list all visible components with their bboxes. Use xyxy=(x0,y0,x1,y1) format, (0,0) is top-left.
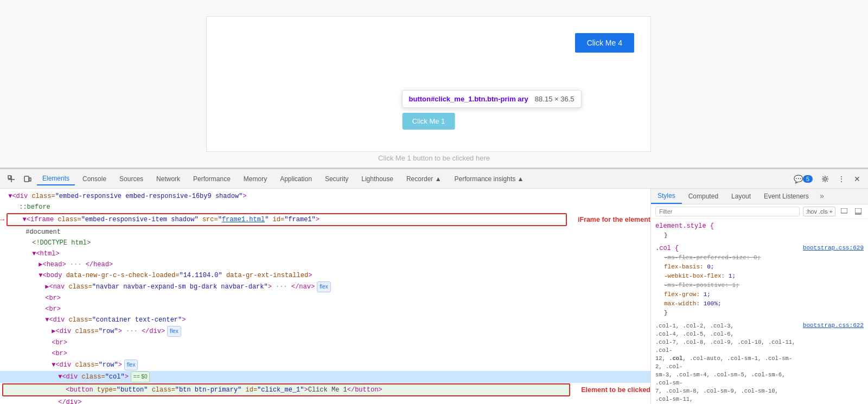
styles-content: element.style { } .col { bootstrap.css:6… xyxy=(651,219,868,404)
svg-point-5 xyxy=(824,177,827,180)
tab-recorder[interactable]: Recorder ▲ xyxy=(401,173,447,185)
html-line[interactable]: ▼<div class="container text-center"> xyxy=(0,315,650,325)
html-line[interactable]: ▼<div class="row">flex xyxy=(0,359,650,371)
element-tooltip: button#click_me_1.btn.btn-prim ary 88.15… xyxy=(402,90,582,108)
styles-filter-input[interactable] xyxy=(655,207,800,216)
html-line[interactable]: <br> xyxy=(0,293,650,304)
chat-icon-btn[interactable]: 💬 5 xyxy=(790,172,816,185)
click-me-1-button[interactable]: Click Me 1 xyxy=(403,113,455,130)
html-line[interactable]: ▶<nav class="navbar navbar-expand-sm bg-… xyxy=(0,281,650,293)
browser-preview: Click Me 4 button#click_me_1.btn.btn-pri… xyxy=(0,0,868,168)
tab-elements[interactable]: Elements xyxy=(37,172,75,185)
preview-hint: Click Me 1 button to be clicked here xyxy=(378,154,490,162)
tab-performance[interactable]: Performance xyxy=(188,173,236,185)
tooltip-element-name: button#click_me_1.btn.btn-prim ary xyxy=(409,95,528,103)
tooltip-dimensions: 88.15 × 36.5 xyxy=(535,95,575,103)
styles-panel: Styles Computed Layout Event Listeners »… xyxy=(651,189,868,404)
html-line[interactable]: ▼<div class="embed-responsive embed-resp… xyxy=(0,191,650,202)
inspect-icon-btn[interactable] xyxy=(4,173,18,185)
iframe-annotation-wrapper: → ▼<iframe class="embed-responsive-item … xyxy=(0,213,650,227)
html-line-button[interactable]: <button type="button" class="btn btn-pri… xyxy=(2,383,570,396)
style-selector-col: .col { xyxy=(655,245,679,252)
tab-network[interactable]: Network xyxy=(151,173,186,185)
style-property: -webkit-box-flex: 1; xyxy=(655,272,864,281)
html-line[interactable]: </div> xyxy=(0,397,650,404)
style-property: -ms-flex-positive: 1; xyxy=(655,281,864,290)
device-toggle-btn[interactable] xyxy=(21,173,35,185)
flex-badge: flex xyxy=(317,281,331,292)
html-line[interactable]: ▼<body data-new-gr-c-s-check-loaded="14.… xyxy=(0,270,650,281)
html-line[interactable]: ▼<html> xyxy=(0,248,650,259)
more-options-btn[interactable]: ⋮ xyxy=(834,172,848,185)
styles-tab-styles[interactable]: Styles xyxy=(651,189,682,204)
svg-rect-6 xyxy=(841,208,847,213)
flex-badge: flex xyxy=(124,360,138,370)
badge-count: 5 xyxy=(803,175,813,183)
button-annotation-label: Element to be clicked xyxy=(581,386,650,394)
html-line[interactable]: ▶<head> ··· </head> xyxy=(0,259,650,270)
elements-wrapper: ▼<div class="embed-responsive embed-resp… xyxy=(0,191,650,404)
devtools-right-icons: 💬 5 ⋮ ✕ xyxy=(790,172,864,185)
html-line[interactable]: #document xyxy=(0,227,650,238)
html-line[interactable]: <!DOCTYPE html> xyxy=(0,238,650,248)
devtools-toolbar: Elements Console Sources Network Perform… xyxy=(0,169,868,189)
flex-badge: flex xyxy=(167,326,181,337)
styles-tabs: Styles Computed Layout Event Listeners » xyxy=(651,189,868,204)
tab-console[interactable]: Console xyxy=(77,173,112,185)
styles-tab-more[interactable]: » xyxy=(815,189,828,204)
inspect-element-btn[interactable] xyxy=(853,207,864,216)
click-me-4-button[interactable]: Click Me 4 xyxy=(575,33,634,53)
elements-panel[interactable]: ▼<div class="embed-responsive embed-resp… xyxy=(0,189,651,404)
red-arrow: → xyxy=(0,215,4,224)
style-property: flex-grow: 1; xyxy=(655,290,864,299)
svg-rect-4 xyxy=(29,178,31,181)
style-source[interactable]: bootstrap.css:629 xyxy=(803,245,864,253)
tab-sources[interactable]: Sources xyxy=(114,173,149,185)
html-line[interactable]: <br> xyxy=(0,348,650,359)
new-style-rule-btn[interactable] xyxy=(839,207,850,216)
button-annotation-wrapper: <button type="button" class="btn btn-pri… xyxy=(0,383,650,397)
tab-application[interactable]: Application xyxy=(275,173,317,185)
style-property: } xyxy=(655,309,864,318)
preview-content: Click Me 4 button#click_me_1.btn.btn-pri… xyxy=(0,0,868,168)
styles-tab-event-listeners[interactable]: Event Listeners xyxy=(757,189,815,204)
dollar-badge: == $0 xyxy=(131,371,150,382)
style-rule-element: element.style { } xyxy=(655,222,864,240)
styles-tab-computed[interactable]: Computed xyxy=(682,189,725,204)
filter-pseudo-btn[interactable]: :hov .cls + xyxy=(803,207,835,216)
html-line[interactable]: <br> xyxy=(0,304,650,315)
style-property: -ms-flex-preferred-size: 0; xyxy=(655,253,864,262)
style-rule-long: .col-1, .col-2, .col-3, .col-4, .col-5, … xyxy=(655,322,864,404)
styles-tab-layout[interactable]: Layout xyxy=(725,189,757,204)
svg-rect-3 xyxy=(24,176,29,182)
devtools-panel: Elements Console Sources Network Perform… xyxy=(0,168,868,404)
svg-rect-7 xyxy=(855,208,861,213)
tab-memory[interactable]: Memory xyxy=(238,173,272,185)
html-line[interactable]: ▶<div class="row"> ··· </div>flex xyxy=(0,325,650,337)
html-line-col[interactable]: ▼<div class="col">== $0 xyxy=(0,371,650,383)
style-selector-long: .col-1, .col-2, .col-3, .col-4, .col-5, … xyxy=(655,322,799,404)
tab-lighthouse[interactable]: Lighthouse xyxy=(356,173,399,185)
svg-rect-0 xyxy=(8,176,11,178)
iframe-annotation-label: iFrame for the element xyxy=(578,216,650,223)
style-property: max-width: 100%; xyxy=(655,299,864,309)
html-line[interactable]: ::before xyxy=(0,202,650,213)
style-property: flex-basis: 0; xyxy=(655,262,864,272)
devtools-body: ▼<div class="embed-responsive embed-resp… xyxy=(0,189,868,404)
html-line-iframe[interactable]: ▼<iframe class="embed-responsive-item sh… xyxy=(7,213,567,226)
settings-icon-btn[interactable] xyxy=(818,173,832,185)
iframe-wrapper: Click Me 4 button#click_me_1.btn.btn-pri… xyxy=(206,16,651,152)
html-line[interactable]: <br> xyxy=(0,337,650,348)
tab-performance-insights[interactable]: Performance insights ▲ xyxy=(449,173,529,185)
style-rule-col: .col { bootstrap.css:629 -ms-flex-prefer… xyxy=(655,245,864,318)
styles-filter-bar: :hov .cls + xyxy=(651,204,868,219)
close-btn[interactable]: ✕ xyxy=(851,172,864,185)
style-selector: element.style { xyxy=(655,222,714,230)
tab-security[interactable]: Security xyxy=(320,173,354,185)
style-source-long[interactable]: bootstrap.css:622 xyxy=(803,322,864,329)
style-property: } xyxy=(655,231,864,240)
